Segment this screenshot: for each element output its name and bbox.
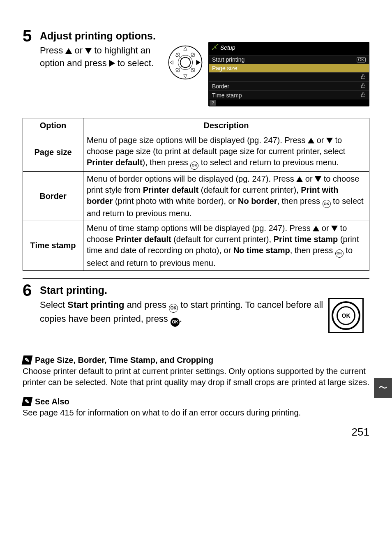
lcd-title-bar: 〆 Setup [209, 42, 369, 53]
help-icon: ? [210, 100, 216, 106]
text-fragment: to select. [115, 58, 154, 68]
ok-icon: OK [335, 249, 344, 258]
lcd-row-border: Border 凸 [209, 81, 369, 90]
step-6-text: Select Start printing and press OK to st… [40, 299, 324, 327]
ok-icon: OK [190, 162, 198, 170]
step-6: 6 Start printing. Select Start printing … [23, 281, 369, 333]
brand-icon: 〆 [211, 43, 218, 52]
lcd-row-blank: 凸 [209, 72, 369, 81]
multiselector-diagram [167, 42, 204, 82]
note-icon: ✎ [22, 397, 33, 406]
lcd-row-label: Start printing [212, 56, 244, 63]
ok-icon: OK [171, 318, 180, 327]
right-triangle-icon [109, 60, 115, 67]
svg-marker-11 [184, 47, 187, 50]
printing-options-table: Option Description Page size Menu of pag… [23, 118, 369, 271]
step-5-text: Press or to highlight an option and pres… [40, 44, 163, 70]
down-triangle-icon [331, 226, 338, 231]
note-body: See page 415 for information on what to … [23, 407, 369, 418]
note-icon: ✎ [22, 355, 33, 365]
text-fragment: or [72, 45, 85, 55]
lcd-row-start-printing: Start printing OK [209, 55, 369, 64]
page-number: 251 [23, 426, 369, 438]
table-row: Page size Menu of page size options will… [23, 133, 369, 172]
step-5-heading: Adjust printing options. [40, 30, 369, 42]
note-page-size-border: ✎ Page Size, Border, Time Stamp, and Cro… [23, 355, 369, 388]
ok-icon: OK [323, 200, 331, 208]
note-heading: Page Size, Border, Time Stamp, and Cropp… [35, 355, 213, 366]
note-see-also: ✎ See Also See page 415 for information … [23, 396, 369, 418]
camera-screen-setup: 〆 Setup Start printing OK Page size 凸 [208, 42, 369, 106]
lcd-footer: ? [209, 99, 369, 106]
svg-point-1 [180, 58, 191, 68]
step-6-heading: Start printing. [40, 284, 369, 296]
description-time-stamp: Menu of time stamp options will be displ… [83, 221, 369, 271]
lock-icon: 凸 [361, 92, 366, 99]
lock-icon: 凸 [361, 74, 366, 81]
lcd-row-time-stamp: Time stamp 凸 [209, 90, 369, 99]
table-head-option: Option [23, 118, 83, 133]
svg-marker-12 [184, 75, 187, 78]
option-border: Border [23, 171, 83, 221]
up-triangle-icon [65, 48, 72, 54]
table-row: Border Menu of border options will be di… [23, 171, 369, 221]
option-page-size: Page size [23, 133, 83, 172]
description-page-size: Menu of page size options will be displa… [83, 133, 369, 172]
ok-badge-icon: OK [357, 57, 366, 62]
text-fragment: Press [40, 45, 65, 55]
up-triangle-icon [313, 226, 319, 231]
note-body: Choose printer default to print at curre… [23, 366, 369, 388]
lcd-row-label: Time stamp [212, 92, 242, 99]
lcd-row-page-size: Page size [209, 64, 369, 72]
note-heading: See Also [35, 396, 69, 407]
down-triangle-icon [85, 48, 92, 54]
section-tab-icon: 〜 [374, 378, 392, 398]
table-row: Time stamp Menu of time stamp options wi… [23, 221, 369, 271]
ok-label: OK [337, 306, 355, 325]
ok-button-diagram: OK [328, 296, 369, 333]
lcd-row-label: Border [212, 83, 229, 90]
up-triangle-icon [308, 138, 314, 143]
ok-icon: OK [169, 304, 178, 313]
down-triangle-icon [326, 138, 333, 143]
svg-marker-14 [196, 60, 201, 65]
svg-marker-13 [170, 61, 173, 65]
up-triangle-icon [296, 176, 303, 182]
step-number-5: 5 [23, 27, 40, 44]
description-border: Menu of border options will be displayed… [83, 171, 369, 221]
step-5: 5 Adjust printing options. Press or to h… [23, 27, 369, 106]
option-time-stamp: Time stamp [23, 221, 83, 271]
down-triangle-icon [315, 176, 321, 182]
lock-icon: 凸 [361, 83, 366, 90]
step-number-6: 6 [23, 281, 40, 298]
table-head-description: Description [83, 118, 369, 133]
lcd-title: Setup [220, 44, 235, 51]
lcd-row-label: Page size [212, 65, 237, 72]
